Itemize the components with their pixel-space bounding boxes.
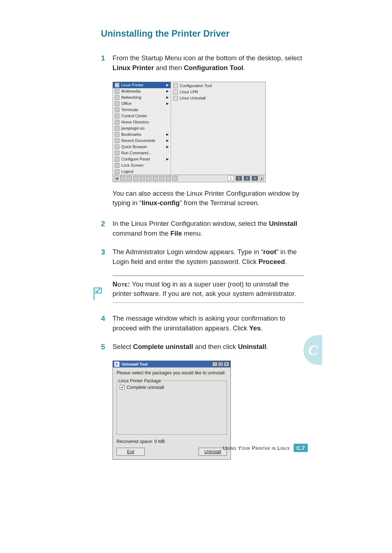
label: Run Command...: [121, 151, 151, 155]
window-close-icon[interactable]: ✕: [224, 362, 229, 366]
menu-item[interactable]: Office▶: [113, 101, 171, 107]
submenu-arrow-icon: ▶: [166, 157, 169, 161]
menu-item-linux-printer[interactable]: Linux Printer▶: [113, 82, 171, 88]
menu-item[interactable]: Bookmarks▶: [113, 131, 171, 138]
window-title: Uninstall Tool: [122, 362, 148, 366]
submenu-arrow-icon: ▶: [166, 89, 169, 93]
app-icon: [115, 157, 119, 162]
submenu-arrow-icon: ▶: [166, 133, 169, 136]
app-icon: [115, 132, 119, 137]
submenu-arrow-icon: ▶: [166, 145, 169, 149]
checkbox-row[interactable]: ✔ Complete uninstall: [117, 383, 226, 391]
submenu-item[interactable]: Configuration Tool: [171, 83, 265, 89]
submenu-arrow-icon: ▶: [166, 95, 169, 99]
label: Multimedia: [121, 89, 140, 93]
menu-item[interactable]: Control Center: [113, 113, 171, 119]
note-text: You must log in as a super user (root) t…: [113, 280, 296, 298]
menu-item[interactable]: Multimedia▶: [113, 88, 171, 94]
step-text: Select Complete uninstall and then click…: [113, 342, 304, 352]
menu-item[interactable]: Quick Browser▶: [113, 144, 171, 150]
t: linux-config: [142, 199, 180, 207]
submenu-arrow-icon: ▶: [166, 83, 169, 87]
t: root: [263, 248, 276, 256]
step-number: 3: [101, 247, 113, 267]
figure-uninstall-tool-window: K Uninstall Tool • ▢ ✕ Please select the…: [113, 361, 231, 460]
label: Linux Uninstall: [180, 96, 206, 100]
pager-button[interactable]: 2: [236, 176, 242, 181]
menu-item[interactable]: Recent Documents▶: [113, 138, 171, 144]
window-minimize-icon[interactable]: •: [212, 362, 217, 366]
pager-button[interactable]: 3: [244, 176, 250, 181]
taskbar-icon[interactable]: [166, 176, 171, 181]
app-icon: [173, 84, 178, 88]
app-icon: [115, 89, 119, 94]
app-icon: [173, 90, 178, 94]
step-number: 1: [101, 53, 113, 73]
menu-item[interactable]: Terminals: [113, 107, 171, 113]
submenu-arrow-icon: ▶: [166, 139, 169, 142]
app-icon: [115, 83, 119, 88]
taskbar-icon[interactable]: [120, 176, 125, 181]
taskbar-icon[interactable]: [127, 176, 132, 181]
app-icon: [115, 120, 119, 125]
label: Office: [121, 101, 132, 106]
t: .: [243, 64, 245, 72]
menu-item[interactable]: javaplugin.so: [113, 125, 171, 131]
menu-item[interactable]: Lock Screen: [113, 162, 171, 168]
note-label: Note:: [113, 280, 130, 288]
t: In the Linux Printer Configuration windo…: [113, 220, 269, 227]
t: File: [170, 229, 182, 237]
badge-prefix: C.: [297, 445, 302, 451]
t: ” from the Terminal screen.: [180, 199, 260, 207]
t: .: [261, 324, 262, 332]
footer-text: Using Your Printer in Linux: [223, 445, 290, 451]
t: The Administrator Login window appears. …: [113, 248, 263, 256]
exit-button[interactable]: Exit: [117, 448, 145, 456]
label: Home Directory: [121, 120, 149, 124]
t: and then click: [193, 343, 238, 350]
menu-column-left: Linux Printer▶ Multimedia▶ Networking▶ O…: [113, 82, 171, 175]
taskbar-icon[interactable]: [159, 176, 164, 181]
menu-item[interactable]: Configure Panel▶: [113, 156, 171, 162]
menu-item[interactable]: Networking▶: [113, 94, 171, 101]
app-icon: [115, 163, 119, 168]
pager-button[interactable]: 4: [252, 176, 258, 181]
submenu-item[interactable]: Linux LPR: [171, 89, 265, 95]
checkbox-icon[interactable]: ✔: [120, 385, 124, 390]
submenu-item[interactable]: Linux Uninstall: [171, 95, 265, 101]
step-2: 2 In the Linux Printer Configuration win…: [101, 219, 304, 239]
window-titlebar[interactable]: K Uninstall Tool • ▢ ✕: [113, 361, 230, 367]
label: Networking: [121, 95, 141, 99]
label: Configuration Tool: [180, 84, 212, 88]
label: Logout: [121, 169, 134, 174]
taskbar-icon[interactable]: [140, 176, 145, 181]
submenu-column: Configuration Tool Linux LPR Linux Unins…: [171, 82, 265, 175]
taskbar-icon[interactable]: [146, 176, 151, 181]
package-group: Linux Printer Package ✔ Complete uninsta…: [117, 378, 227, 435]
t: and then: [154, 64, 184, 72]
menu-item[interactable]: Run Command...: [113, 150, 171, 156]
step-text: The Administrator Login window appears. …: [113, 247, 304, 267]
step-3: 3 The Administrator Login window appears…: [101, 247, 304, 267]
taskbar-up-arrow-icon[interactable]: ▲: [260, 176, 264, 181]
taskbar-icon[interactable]: [133, 176, 138, 181]
group-label: Linux Printer Package: [117, 378, 162, 383]
t: Complete uninstall: [133, 343, 193, 350]
taskbar-icon[interactable]: [172, 176, 177, 181]
t: Select: [113, 343, 133, 350]
taskbar-icon[interactable]: [153, 176, 158, 181]
submenu-arrow-icon: ▶: [166, 102, 169, 105]
menu-item[interactable]: Home Directory: [113, 119, 171, 125]
label: Terminals: [121, 107, 138, 112]
pager-button[interactable]: 1: [228, 176, 234, 181]
step-number: 4: [101, 314, 113, 333]
taskbar-left-arrow-icon[interactable]: ◀: [114, 176, 119, 181]
step-text: The message window which is asking your …: [113, 314, 304, 333]
taskbar: ◀ 1 2 3 4 ▲: [113, 175, 265, 182]
label: Configure Panel: [121, 157, 150, 161]
menu-item[interactable]: Logout: [113, 168, 171, 175]
step-text: In the Linux Printer Configuration windo…: [113, 219, 304, 239]
window-maximize-icon[interactable]: ▢: [218, 362, 223, 366]
t: .: [285, 258, 287, 265]
label: Linux Printer: [121, 83, 144, 87]
